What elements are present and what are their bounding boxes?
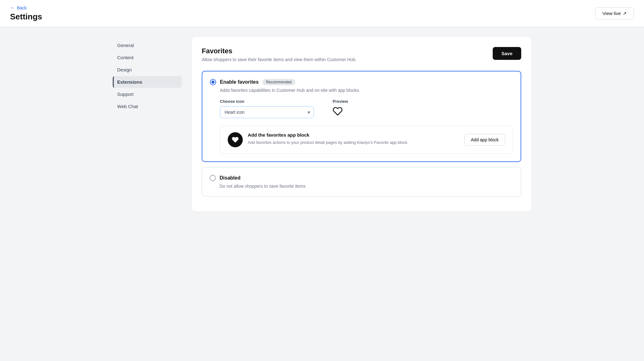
icon-chooser: Choose icon Heart icon Star icon Bookmar… <box>220 99 314 118</box>
sidebar-item-extensions[interactable]: Extensions <box>113 76 182 88</box>
page-title: Settings <box>10 12 42 22</box>
enable-favorites-header: Enable favorites Recommended <box>210 79 513 85</box>
enable-favorites-radio[interactable] <box>210 79 216 85</box>
external-link-icon: ↗ <box>623 11 627 16</box>
app-block-desc: Add favorites actions to your product de… <box>248 139 459 146</box>
icon-preview-row: Choose icon Heart icon Star icon Bookmar… <box>220 99 513 118</box>
back-link[interactable]: ← Back <box>10 5 42 11</box>
save-button[interactable]: Save <box>493 47 521 60</box>
recommended-badge: Recommended <box>262 79 295 85</box>
card-header: Favorites Allow shoppers to save their f… <box>202 47 521 62</box>
icon-select[interactable]: Heart icon Star icon Bookmark icon <box>220 106 314 118</box>
disabled-option-header: Disabled <box>210 175 513 181</box>
sidebar-item-design[interactable]: Design <box>113 64 182 76</box>
choose-icon-label: Choose icon <box>220 99 314 104</box>
card-title: Favorites <box>202 47 356 55</box>
sidebar-item-general[interactable]: General <box>113 39 182 51</box>
enable-favorites-title: Enable favorites <box>220 79 259 85</box>
view-live-label: View live <box>602 11 621 16</box>
preview-section: Preview <box>333 99 348 118</box>
sidebar-item-support[interactable]: Support <box>113 88 182 100</box>
enable-favorites-option: Enable favorites Recommended Adds favori… <box>202 71 521 162</box>
main-layout: General Content Design Extensions Suppor… <box>103 27 541 222</box>
app-block-info: Add the favorites app block Add favorite… <box>248 132 459 146</box>
top-bar: ← Back Settings View live ↗ <box>0 0 644 27</box>
card-title-block: Favorites Allow shoppers to save their f… <box>202 47 356 62</box>
sidebar: General Content Design Extensions Suppor… <box>113 37 182 212</box>
back-label: Back <box>17 5 27 10</box>
top-bar-left: ← Back Settings <box>10 5 42 22</box>
app-block-title: Add the favorites app block <box>248 132 459 138</box>
settings-card: Favorites Allow shoppers to save their f… <box>192 37 531 212</box>
card-subtitle: Allow shoppers to save their favorite it… <box>202 57 356 62</box>
view-live-button[interactable]: View live ↗ <box>595 7 634 20</box>
disabled-desc: Do not allow shoppers to save favorite i… <box>220 184 513 189</box>
disabled-option: Disabled Do not allow shoppers to save f… <box>202 167 521 196</box>
sidebar-item-webchat[interactable]: Web Chat <box>113 101 182 112</box>
app-block-heart-icon <box>228 132 243 147</box>
heart-preview-icon <box>333 106 348 118</box>
add-app-block-button[interactable]: Add app block <box>464 134 505 146</box>
enable-favorites-desc: Adds favorites capabilities in Customer … <box>220 88 513 93</box>
back-arrow-icon: ← <box>10 5 15 11</box>
preview-label: Preview <box>333 99 348 104</box>
disabled-title: Disabled <box>220 175 241 181</box>
icon-select-wrapper: Heart icon Star icon Bookmark icon ▾ <box>220 106 314 118</box>
disabled-radio[interactable] <box>210 175 216 181</box>
content-area: Favorites Allow shoppers to save their f… <box>182 37 531 212</box>
sidebar-item-content[interactable]: Content <box>113 52 182 63</box>
app-block-card: Add the favorites app block Add favorite… <box>220 126 513 154</box>
